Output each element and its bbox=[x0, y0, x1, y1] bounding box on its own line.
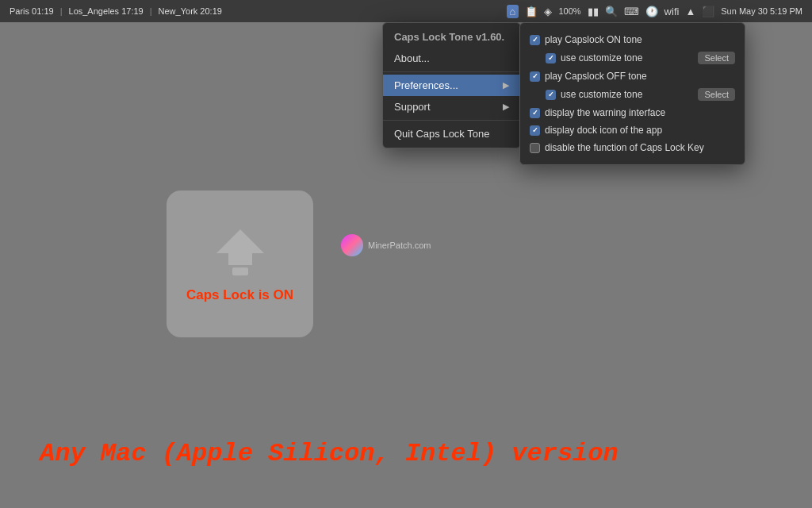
clock-icon[interactable]: 🕐 bbox=[645, 6, 658, 17]
home-icon[interactable]: ⌂ bbox=[507, 5, 519, 18]
pref-label-customize-off: use customize tone bbox=[561, 89, 642, 100]
pref-label-caps-off: play Capslock OFF tone bbox=[545, 71, 647, 82]
menu-divider-1 bbox=[383, 71, 520, 72]
menu-item-about-label: About... bbox=[394, 52, 430, 64]
checkbox-caps-on[interactable] bbox=[530, 35, 540, 45]
clock-la: Los_Angeles 17:19 bbox=[69, 6, 144, 16]
pref-label-customize-on: use customize tone bbox=[561, 52, 642, 64]
pref-row-dock-icon: display dock icon of the app bbox=[530, 121, 735, 139]
clipboard-icon[interactable]: 📋 bbox=[525, 6, 538, 17]
select-button-off[interactable]: Select bbox=[698, 88, 735, 101]
pref-label-dock-icon: display dock icon of the app bbox=[545, 125, 662, 136]
menu-item-quit[interactable]: Quit Caps Lock Tone bbox=[383, 123, 520, 144]
watermark-logo bbox=[341, 234, 363, 256]
menu-divider-2 bbox=[383, 120, 520, 121]
checkbox-warning[interactable] bbox=[530, 108, 540, 118]
svg-rect-1 bbox=[232, 267, 248, 275]
menu-item-support-label: Support bbox=[394, 101, 431, 113]
dropdown-menu: Caps Lock Tone v1.60. About... Preferenc… bbox=[382, 22, 521, 148]
preferences-submenu: play Capslock ON tone use customize tone… bbox=[519, 22, 745, 165]
datetime-display: Sun May 30 5:19 PM bbox=[721, 6, 802, 16]
checkbox-caps-off[interactable] bbox=[530, 71, 540, 82]
battery-icon: ▮▮ bbox=[588, 6, 599, 17]
caps-lock-status-text: Caps Lock is ON bbox=[186, 287, 293, 303]
signal-icon[interactable]: ▲ bbox=[685, 6, 695, 17]
display-icon[interactable]: ⬛ bbox=[702, 6, 714, 17]
bottom-text: Any Mac (Apple Silicon, Intel) version bbox=[40, 439, 619, 468]
caps-lock-arrow-icon bbox=[213, 225, 268, 281]
caps-lock-card: Caps Lock is ON bbox=[167, 190, 313, 337]
menu-header: Caps Lock Tone v1.60. bbox=[383, 26, 520, 48]
menu-item-preferences-label: Preferences... bbox=[394, 79, 458, 91]
pref-label-warning: display the warning interface bbox=[545, 107, 665, 118]
menubar-right: ⌂ 📋 ◈ 100% ▮▮ 🔍 ⌨ 🕐 wifi ▲ ⬛ Sun May 30 … bbox=[507, 5, 802, 18]
wifi-icon[interactable]: wifi bbox=[665, 6, 680, 17]
separator-2: | bbox=[150, 6, 152, 16]
menu-item-preferences[interactable]: Preferences... ▶ bbox=[383, 75, 520, 96]
pref-row-warning: display the warning interface bbox=[530, 104, 735, 121]
preferences-chevron-icon: ▶ bbox=[503, 80, 509, 90]
search-icon[interactable]: 🔍 bbox=[605, 6, 618, 17]
pref-row-customize-off: use customize tone Select bbox=[530, 85, 735, 104]
menu-item-about[interactable]: About... bbox=[383, 48, 520, 69]
battery-percent: 100% bbox=[558, 6, 580, 16]
checkbox-customize-on[interactable] bbox=[546, 53, 556, 64]
checkbox-disable-caps[interactable] bbox=[530, 143, 540, 153]
keyboard-icon[interactable]: ⌨ bbox=[624, 6, 639, 17]
menu-item-support[interactable]: Support ▶ bbox=[383, 96, 520, 117]
pref-row-caps-off: play Capslock OFF tone bbox=[530, 67, 735, 85]
warning-icon[interactable]: ◈ bbox=[544, 6, 552, 17]
pref-row-disable-caps: disable the function of Caps Lock Key bbox=[530, 139, 735, 156]
svg-marker-0 bbox=[216, 229, 264, 265]
checkbox-dock-icon[interactable] bbox=[530, 125, 540, 136]
watermark-text: MinerPatch.com bbox=[368, 241, 431, 250]
checkbox-customize-off[interactable] bbox=[546, 90, 556, 100]
clock-ny: New_York 20:19 bbox=[159, 6, 222, 16]
clock-paris: Paris 01:19 bbox=[10, 6, 54, 16]
pref-row-caps-on: play Capslock ON tone bbox=[530, 31, 735, 48]
separator-1: | bbox=[60, 6, 63, 16]
select-button-on[interactable]: Select bbox=[698, 52, 735, 64]
watermark: MinerPatch.com bbox=[341, 234, 431, 256]
menubar-left: Paris 01:19 | Los_Angeles 17:19 | New_Yo… bbox=[10, 6, 222, 16]
menubar: Paris 01:19 | Los_Angeles 17:19 | New_Yo… bbox=[0, 0, 812, 22]
pref-row-customize-on: use customize tone Select bbox=[530, 48, 735, 67]
pref-label-disable-caps: disable the function of Caps Lock Key bbox=[545, 142, 704, 153]
support-chevron-icon: ▶ bbox=[503, 102, 509, 112]
pref-label-caps-on: play Capslock ON tone bbox=[545, 34, 642, 45]
menu-item-quit-label: Quit Caps Lock Tone bbox=[394, 128, 489, 140]
